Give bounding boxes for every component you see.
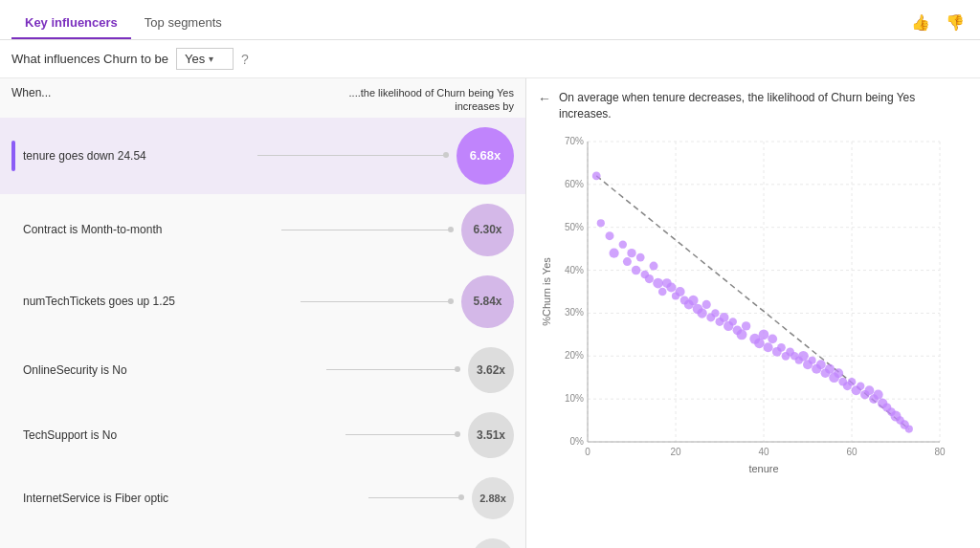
influencer-item-1[interactable]: tenure goes down 24.54 6.68x: [0, 118, 525, 194]
svg-point-53: [697, 308, 706, 318]
svg-text:80: 80: [934, 447, 946, 457]
help-icon[interactable]: ?: [241, 52, 249, 67]
svg-text:20%: 20%: [565, 350, 584, 361]
svg-text:60: 60: [846, 447, 858, 457]
influencer-item-2[interactable]: Contract is Month-to-month 6.30x: [0, 194, 525, 266]
tab-key-influencers[interactable]: Key influencers: [11, 10, 131, 39]
filter-question: What influences Churn to be: [11, 52, 168, 66]
chart-area: 0%10%20%30%40%50%60%70%020406080%Churn i…: [538, 132, 969, 537]
influencer-item-3[interactable]: numTechTickets goes up 1.25 5.84x: [0, 266, 525, 338]
column-headers: When... ....the likelihood of Churn bein…: [0, 78, 525, 118]
svg-point-83: [834, 368, 843, 378]
top-bar: Key influencers Top segments 👍 👎: [0, 0, 980, 40]
svg-point-32: [597, 219, 605, 227]
main-container: Key influencers Top segments 👍 👎 What in…: [0, 0, 980, 548]
influencer-label: TechSupport is No: [23, 428, 345, 442]
influencer-label: InternetService is Fiber optic: [23, 492, 368, 505]
svg-point-65: [754, 338, 765, 348]
influencer-label: OnlineSecurity is No: [23, 363, 326, 377]
influencer-item-4[interactable]: OnlineSecurity is No 3.62x: [0, 338, 525, 403]
svg-point-79: [816, 360, 826, 369]
svg-text:20: 20: [670, 447, 681, 457]
svg-text:60%: 60%: [565, 178, 584, 188]
svg-text:40: 40: [758, 447, 769, 457]
svg-point-42: [650, 261, 658, 270]
when-column-header: When...: [11, 86, 342, 114]
tab-top-segments[interactable]: Top segments: [131, 10, 235, 39]
filter-value-text: Yes: [185, 52, 205, 66]
svg-text:tenure: tenure: [748, 463, 778, 474]
svg-point-77: [809, 356, 816, 363]
svg-point-39: [636, 252, 645, 261]
top-icons: 👍 👎: [907, 11, 969, 37]
influencer-bubble: 6.68x: [457, 127, 514, 185]
svg-text:50%: 50%: [565, 221, 584, 231]
svg-point-44: [658, 287, 667, 296]
svg-point-90: [865, 385, 875, 395]
connector-line: [326, 369, 460, 370]
connector-line: [345, 434, 460, 435]
svg-text:0%: 0%: [570, 436, 585, 447]
influencer-bubble: 3.51x: [468, 412, 514, 458]
svg-point-31: [592, 171, 601, 180]
influencer-bubble: 2.88x: [472, 477, 514, 519]
influencer-bubble: 2.65x: [472, 538, 514, 548]
svg-point-81: [825, 363, 835, 373]
svg-point-51: [688, 295, 698, 304]
content-area: When... ....the likelihood of Churn bein…: [0, 78, 980, 548]
svg-point-99: [905, 425, 913, 432]
svg-point-70: [777, 343, 786, 352]
svg-text:30%: 30%: [565, 307, 584, 318]
influencer-bubble: 3.62x: [468, 347, 514, 393]
svg-point-68: [768, 334, 777, 343]
svg-point-33: [606, 231, 614, 240]
svg-text:%Churn is Yes: %Churn is Yes: [541, 256, 552, 325]
svg-point-58: [720, 313, 729, 322]
svg-point-34: [610, 248, 619, 257]
svg-text:0: 0: [585, 447, 590, 457]
influencer-label: Contract is Month-to-month: [23, 223, 281, 236]
svg-line-30: [596, 175, 909, 428]
svg-text:70%: 70%: [565, 136, 584, 146]
filter-value-dropdown[interactable]: Yes ▾: [176, 48, 234, 70]
svg-point-88: [857, 382, 864, 389]
svg-point-60: [729, 318, 737, 325]
connector-line: [257, 155, 449, 156]
svg-point-37: [627, 249, 635, 257]
thumbs-down-icon: 👎: [946, 14, 965, 31]
right-panel: ← On average when tenure decreases, the …: [526, 78, 980, 548]
scatter-chart: 0%10%20%30%40%50%60%70%020406080%Churn i…: [538, 132, 959, 476]
selected-indicator: [11, 141, 15, 171]
svg-point-54: [702, 299, 711, 308]
svg-text:10%: 10%: [565, 393, 584, 404]
connector-line: [281, 230, 454, 230]
chart-header: ← On average when tenure decreases, the …: [538, 90, 969, 122]
chart-title: On average when tenure decreases, the li…: [559, 90, 969, 122]
influencer-item-5[interactable]: TechSupport is No 3.51x: [0, 403, 525, 468]
svg-point-63: [742, 321, 750, 330]
left-panel: When... ....the likelihood of Churn bein…: [0, 78, 526, 548]
thumbs-up-button[interactable]: 👍: [907, 11, 934, 33]
influencer-bubble: 5.84x: [461, 275, 514, 328]
svg-point-43: [653, 277, 663, 288]
svg-point-36: [623, 257, 632, 266]
svg-point-35: [619, 240, 627, 248]
influencer-list: tenure goes down 24.54 6.68x Contract is…: [0, 118, 525, 548]
tabs: Key influencers Top segments: [11, 10, 235, 39]
thumbs-down-button[interactable]: 👎: [942, 11, 969, 33]
filter-bar: What influences Churn to be Yes ▾ ?: [0, 40, 980, 78]
connector-line: [368, 497, 464, 498]
svg-point-67: [764, 342, 773, 352]
influencer-label: numTechTickets goes up 1.25: [23, 295, 301, 308]
influencer-item-6[interactable]: InternetService is Fiber optic 2.88x: [0, 468, 525, 529]
back-arrow-icon[interactable]: ←: [538, 91, 551, 106]
svg-point-46: [666, 282, 676, 292]
svg-point-66: [759, 329, 769, 340]
svg-point-92: [874, 389, 883, 399]
svg-point-56: [711, 309, 719, 317]
influencer-item-7[interactable]: PaymentMethod is Electronic check 2.65x: [0, 529, 525, 548]
svg-point-41: [645, 274, 654, 283]
influencer-bubble: 6.30x: [461, 204, 514, 256]
thumbs-up-icon: 👍: [911, 14, 930, 31]
svg-point-38: [632, 265, 641, 274]
